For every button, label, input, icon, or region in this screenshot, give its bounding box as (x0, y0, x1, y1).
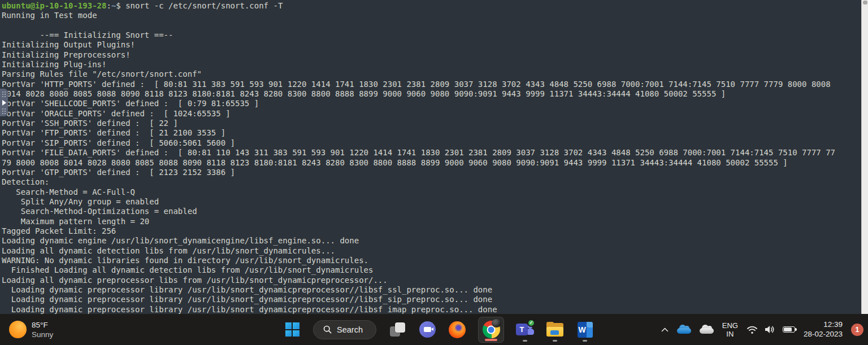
gray-cloud-icon (700, 325, 714, 334)
terminal-scrollbar[interactable] (861, 0, 868, 314)
teams-icon: T ✓ (516, 321, 534, 338)
video-chat-icon (419, 321, 436, 338)
task-view-icon (390, 322, 405, 337)
search-label: Search (337, 325, 363, 334)
chevron-up-icon (661, 327, 669, 332)
terminal-line: Initializing Preprocessors! (2, 50, 860, 60)
language-region: IN (722, 330, 738, 338)
teams-button[interactable]: T ✓ (516, 317, 534, 343)
terminal-line: 8014 8028 8080 8085 8088 8090 8118 8123 … (2, 89, 860, 99)
firefox-icon (449, 321, 466, 338)
windows-taskbar: 85°F Sunny Search (0, 314, 868, 345)
wifi-icon (747, 325, 758, 334)
clock[interactable]: 12:39 28-02-2023 (804, 320, 843, 339)
split-view-drag-handle[interactable] (0, 89, 8, 116)
terminal-line: Loading dynamic preprocessor library /us… (2, 295, 860, 304)
terminal-line: WARNING: No dynamic libraries found in d… (2, 256, 860, 265)
onedrive-button[interactable] (677, 325, 691, 334)
quick-settings-button[interactable] (747, 325, 795, 334)
date: 28-02-2023 (804, 330, 843, 339)
search-icon (323, 325, 332, 334)
terminal-prompt-line: ubuntu@ip-10-10-193-28:~$ snort -c /etc/… (2, 1, 860, 11)
language-code: ENG (722, 321, 738, 330)
terminal-line: Detection: (2, 177, 860, 187)
terminal-line: Search-Method-Optimizations = enabled (2, 207, 860, 216)
firefox-button[interactable] (448, 317, 466, 343)
terminal-line: PortVar 'SSH_PORTS' defined : [ 22 ] (2, 119, 860, 128)
sunny-weather-icon (9, 321, 27, 338)
terminal-line: Loading dynamic preprocessor library /us… (2, 305, 860, 314)
terminal-line: PortVar 'ORACLE_PORTS' defined : [ 1024:… (2, 109, 860, 119)
running-app-indicator (553, 340, 557, 342)
running-app-indicator (523, 340, 527, 342)
terminal-line: Tagged Packet Limit: 256 (2, 226, 860, 236)
terminal-line: Initializing Output Plugins! (2, 40, 860, 50)
weather-condition: Sunny (32, 330, 53, 339)
terminal-line: PortVar 'HTTP_PORTS' defined : [ 80:81 3… (2, 80, 860, 89)
terminal-line: PortVar 'SIP_PORTS' defined : [ 5060:506… (2, 138, 860, 148)
system-tray: ENG IN 12:39 28-02-2023 1 (661, 314, 863, 345)
folder-icon (546, 323, 563, 337)
cloud-status-button[interactable] (700, 325, 714, 334)
terminal-line: --== Initializing Snort ==-- (2, 30, 860, 40)
chrome-button-active[interactable] (478, 317, 504, 343)
time: 12:39 (804, 320, 843, 330)
word-icon: W (578, 322, 593, 338)
terminal-line: Running in Test mode (2, 11, 860, 20)
terminal-line: Loading all dynamic detection libs from … (2, 246, 860, 256)
onedrive-cloud-icon (677, 325, 691, 334)
terminal-line: Search-Method = AC-Full-Q (2, 187, 860, 197)
terminal-line: Parsing Rules file "/etc/snort/snort.con… (2, 69, 860, 79)
terminal-line: Loading dynamic engine /usr/lib/snort_dy… (2, 236, 860, 246)
taskbar-app-group: Search T ✓ (283, 314, 594, 345)
file-explorer-button[interactable] (546, 317, 564, 343)
start-button[interactable] (283, 317, 301, 343)
terminal-line: Loading all dynamic preprocessor libs fr… (2, 276, 860, 285)
chrome-profile-badge (492, 319, 501, 327)
word-letter: W (579, 325, 586, 334)
teams-status-check-icon: ✓ (527, 319, 535, 327)
teams-letter: T (516, 324, 528, 335)
terminal-line: Loading dynamic preprocessor library /us… (2, 285, 860, 295)
terminal-line: Split Any/Any group = enabled (2, 197, 860, 207)
notification-badge[interactable]: 1 (851, 324, 863, 336)
scrollbar-thumb[interactable] (863, 1, 867, 5)
weather-temperature: 85°F (32, 320, 53, 330)
terminal-line: 79 8000 8008 8014 8028 8080 8085 8088 80… (2, 158, 860, 168)
windows-logo-icon (285, 322, 300, 337)
task-view-button[interactable] (388, 317, 406, 343)
terminal-line: PortVar 'GTP_PORTS' defined : [ 2123 215… (2, 168, 860, 177)
word-button[interactable]: W (576, 317, 594, 343)
terminal-output: ubuntu@ip-10-10-193-28:~$ snort -c /etc/… (2, 1, 860, 314)
active-app-indicator (485, 339, 497, 341)
weather-widget[interactable]: 85°F Sunny (9, 318, 53, 341)
expand-arrow-icon (2, 100, 6, 106)
terminal-window[interactable]: ubuntu@ip-10-10-193-28:~$ snort -c /etc/… (0, 0, 868, 314)
volume-icon (765, 325, 776, 334)
grip-dots-icon (2, 108, 6, 114)
terminal-line: PortVar 'SHELLCODE_PORTS' defined : [ 0:… (2, 99, 860, 108)
chat-button[interactable] (418, 317, 436, 343)
battery-icon (783, 326, 795, 333)
search-box[interactable]: Search (313, 320, 376, 339)
terminal-line: Maximum pattern length = 20 (2, 217, 860, 226)
language-indicator[interactable]: ENG IN (722, 321, 738, 338)
terminal-line: PortVar 'FILE_DATA_PORTS' defined : [ 80… (2, 148, 860, 158)
terminal-line (2, 21, 860, 30)
terminal-line: Initializing Plug-ins! (2, 60, 860, 69)
hidden-icons-button[interactable] (661, 327, 669, 332)
running-app-indicator (583, 340, 587, 342)
terminal-line: Finished Loading all dynamic detection l… (2, 265, 860, 275)
terminal-line: PortVar 'FTP_PORTS' defined : [ 21 2100 … (2, 128, 860, 138)
grip-dots-icon (2, 91, 6, 97)
